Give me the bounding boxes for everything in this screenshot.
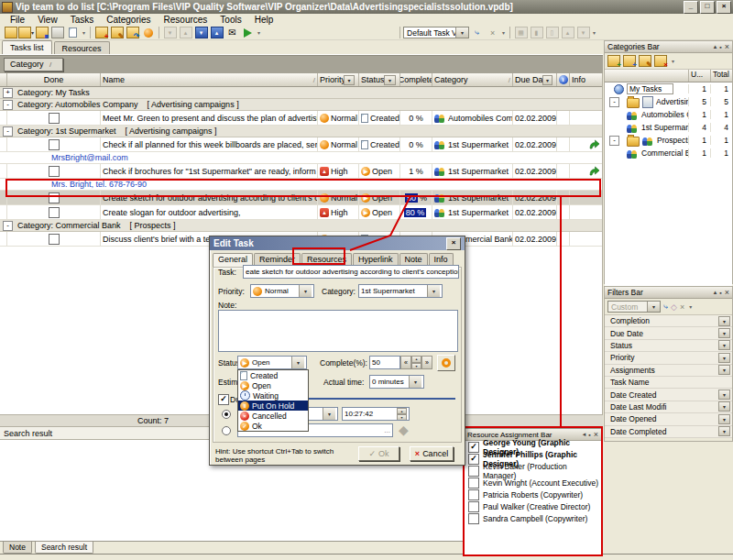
collapse-icon[interactable]: - [609, 136, 619, 146]
tree-item-my-tasks[interactable]: My Tasks 1 1 [605, 82, 732, 95]
collapse-bar-icon[interactable]: ▴ [714, 289, 717, 296]
status-option-put-on-hold[interactable]: ‖Put On Hold [238, 401, 308, 411]
complete-spinner[interactable]: ▴▾ [411, 356, 421, 369]
pin-icon[interactable]: ▪ [719, 290, 721, 296]
add-task-icon[interactable]: + [93, 27, 109, 39]
add-subcategory-icon[interactable]: + [623, 55, 636, 67]
group-row-commercial-bank[interactable]: - Category: Commercial Bank [ Prospects … [0, 220, 602, 232]
tree-item-prospects[interactable]: -Prospects 1 1 [605, 134, 732, 147]
toolbar-overflow-icon[interactable]: ▾ [82, 29, 85, 36]
filter-row-task-name[interactable]: Task Name [605, 377, 732, 389]
decrement-icon[interactable]: « [400, 356, 411, 369]
filter-preset-combo[interactable]: Custom ▾ [607, 301, 661, 313]
chevron-down-icon[interactable]: ▾ [718, 401, 730, 412]
status-combo[interactable]: ▶ Open ▾ [237, 356, 307, 369]
filter-row-date-opened[interactable]: Date Opened▾ [605, 413, 732, 425]
due-custom-radio[interactable] [222, 426, 231, 435]
toolbar-overflow-icon[interactable]: ▾ [502, 29, 505, 36]
increment-icon[interactable]: » [421, 356, 432, 369]
done-checkbox[interactable] [49, 139, 60, 150]
tree-item-commercial-bank[interactable]: Commercial Bank 1 1 [605, 147, 732, 159]
close-button[interactable]: × [717, 1, 731, 14]
filter-row-completion[interactable]: Completion▾ [605, 315, 732, 327]
move-top-icon[interactable]: ▴ [209, 27, 224, 39]
apply-filter-icon[interactable]: ⤷ [663, 302, 668, 312]
toolbar-overflow-icon[interactable]: ▾ [593, 29, 596, 36]
delete-category-icon[interactable]: × [654, 55, 667, 67]
collapse-bar-icon[interactable]: ▴ [714, 43, 717, 50]
chevron-down-icon[interactable]: ▾ [718, 390, 730, 400]
filter-row-date-completed[interactable]: Date Completed▾ [605, 426, 732, 438]
task-view-combo[interactable]: Default Task V ▾ [403, 27, 469, 38]
close-bar-icon[interactable]: × [725, 42, 729, 51]
collapse-icon[interactable]: - [3, 100, 13, 110]
group-row-automobiles[interactable]: - Category: Automobiles Company [ Advert… [0, 99, 602, 111]
due-time-input[interactable]: 10:27:42 ▴▾ [342, 407, 410, 421]
collapse-icon[interactable]: - [3, 126, 13, 137]
apply-view-icon[interactable]: ⤷ [469, 27, 485, 39]
complete-input[interactable]: 50 [369, 356, 400, 369]
done-checkbox[interactable] [49, 113, 60, 124]
status-option-ok[interactable]: ✓Ok [238, 421, 308, 431]
delete-filter-icon[interactable]: × [680, 302, 684, 312]
filter-row-due-date[interactable]: Due Date▾ [605, 327, 732, 339]
tab-resources[interactable]: Resources [54, 41, 110, 54]
time-spinner[interactable]: ▴▾ [397, 408, 407, 420]
due-date-checkbox[interactable] [218, 394, 229, 405]
chevron-down-icon[interactable]: ▾ [718, 426, 730, 436]
open-database-icon[interactable]: ▾ [18, 27, 34, 39]
col-header-status[interactable]: Status▾ [359, 73, 400, 86]
chevron-down-icon[interactable]: ▾ [718, 328, 730, 338]
chevron-down-icon[interactable]: ▾ [718, 365, 730, 375]
new-database-icon[interactable] [3, 27, 18, 39]
menu-categories[interactable]: Categories [100, 15, 157, 25]
col-header-complete[interactable]: Complete [400, 73, 432, 86]
col-header-done[interactable]: Done [7, 73, 101, 86]
flag-icon[interactable] [240, 27, 256, 39]
chevron-down-icon[interactable]: ▾ [299, 285, 312, 297]
chevron-down-icon[interactable]: ▾ [455, 27, 468, 38]
collapse-icon[interactable]: - [609, 97, 619, 107]
menu-resources[interactable]: Resources [158, 15, 214, 25]
collapse-icon[interactable]: - [3, 221, 13, 231]
tree-item-automobiles-company[interactable]: Automobiles Company 1 1 [605, 108, 732, 121]
filter-row-priority[interactable]: Priority▾ [605, 352, 732, 364]
priority-combo[interactable]: Normal ▾ [250, 284, 314, 298]
col-header-category[interactable]: Category/ [432, 73, 513, 86]
tree-item-1st-supermarket[interactable]: 1st Supermarket 4 4 [605, 121, 732, 134]
actual-time-combo[interactable]: 0 minutes ▾ [369, 375, 424, 389]
clear-view-icon[interactable]: × [485, 27, 500, 39]
note-textarea[interactable] [218, 310, 458, 352]
col-header-priority[interactable]: Priority▾ [318, 73, 359, 86]
col-header-unread[interactable]: U... [688, 70, 710, 82]
chevron-down-icon[interactable]: ▾ [291, 357, 304, 368]
toolbar-overflow-icon[interactable]: ▾ [689, 303, 692, 310]
group-row-1st-supermarket[interactable]: - Category: 1st Supermarket [ Advertisin… [0, 126, 602, 137]
chevron-down-icon[interactable]: ▾ [409, 376, 421, 388]
chevron-down-icon[interactable]: ▾ [718, 414, 730, 424]
filter-row-date-created[interactable]: Date Created▾ [605, 389, 732, 401]
group-row-my-tasks[interactable]: + Category: My Tasks [0, 87, 602, 99]
status-option-open[interactable]: ▶Open [238, 380, 308, 390]
tree-item-advertising-campaign[interactable]: -Advertising campaign 5 5 [605, 95, 732, 108]
send-email-icon[interactable]: ✉ [224, 27, 240, 39]
col-header-name[interactable]: Name/ [101, 73, 318, 86]
task-row[interactable]: Meet Mr. Green to present and discuss th… [0, 111, 602, 126]
menu-file[interactable]: File [4, 15, 31, 25]
col-header-info[interactable]: Info [570, 73, 602, 86]
col-header-info-flag[interactable]: i [557, 73, 570, 86]
move-bottom-icon[interactable]: ▾ [193, 27, 209, 39]
toolbar-overflow-icon[interactable]: ▾ [257, 29, 260, 36]
clear-filter-icon[interactable]: ◇ [671, 302, 677, 312]
expand-icon[interactable]: + [3, 88, 13, 98]
chevron-down-icon[interactable]: ▾ [427, 285, 440, 297]
menu-tools[interactable]: Tools [213, 15, 247, 25]
col-header-total[interactable]: Total [710, 70, 732, 82]
task-input[interactable]: eate sketch for outdoor advertising acco… [243, 265, 459, 279]
priority-filter-icon[interactable]: ▾ [344, 75, 355, 85]
minimize-button[interactable]: _ [684, 1, 698, 14]
menu-tasks[interactable]: Tasks [64, 15, 101, 25]
filter-row-status[interactable]: Status▾ [605, 340, 732, 352]
save-icon[interactable]: ■ [34, 27, 49, 39]
chevron-down-icon[interactable]: ▾ [718, 340, 730, 350]
